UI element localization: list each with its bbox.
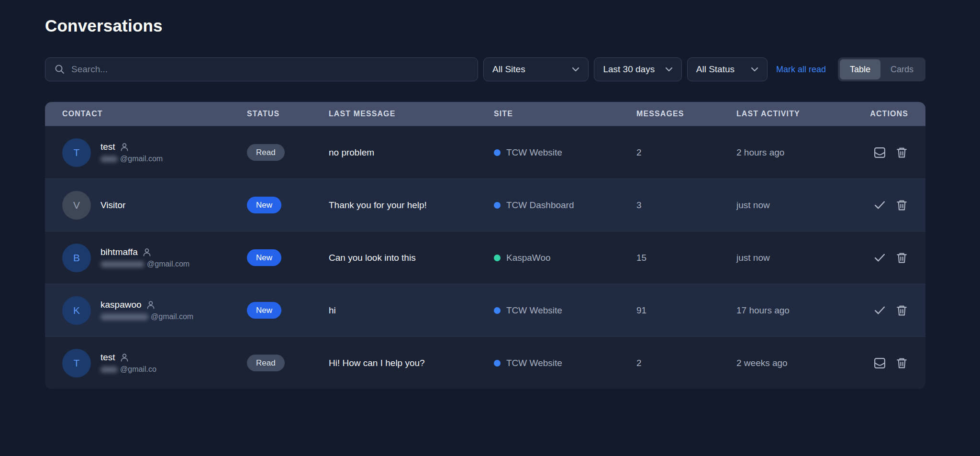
site-cell: KaspaWoo xyxy=(494,253,636,263)
table-header: Contact Status Last Message Site Message… xyxy=(45,102,925,126)
envelope-icon xyxy=(873,146,886,159)
avatar: V xyxy=(62,191,91,220)
page-title: Conversations xyxy=(45,16,925,35)
redacted-email xyxy=(100,156,118,162)
delete-button[interactable] xyxy=(895,356,908,369)
delete-button[interactable] xyxy=(895,146,908,159)
site-name: TCW Website xyxy=(506,358,562,368)
table-row[interactable]: B bihtmaffa @gmail.com New Can you look … xyxy=(45,231,925,284)
contact-cell: T test @gmail.co xyxy=(62,349,247,378)
avatar: T xyxy=(62,138,91,167)
message-count: 3 xyxy=(636,200,736,211)
check-icon xyxy=(873,304,886,317)
trash-icon xyxy=(895,356,908,369)
status-badge: Read xyxy=(247,355,285,371)
delete-button[interactable] xyxy=(895,304,908,317)
mark-unread-button[interactable] xyxy=(873,146,886,159)
column-header-last-activity: Last Activity xyxy=(736,110,866,118)
status-badge: New xyxy=(247,302,281,319)
sites-filter-select[interactable]: All Sites xyxy=(483,57,589,81)
date-range-select[interactable]: Last 30 days xyxy=(594,57,681,81)
site-name: TCW Website xyxy=(506,305,562,316)
avatar: B xyxy=(62,244,91,272)
column-header-messages: Messages xyxy=(636,110,736,118)
search-input[interactable] xyxy=(71,64,469,75)
contact-email: @gmail.com xyxy=(100,155,163,163)
status-badge: Read xyxy=(247,144,285,161)
last-message: Thank you for your help! xyxy=(329,200,494,211)
redacted-email xyxy=(100,367,118,373)
trash-icon xyxy=(895,146,908,159)
conversations-page: Conversations All Sites Last 30 days All… xyxy=(45,0,925,389)
view-toggle: Table Cards xyxy=(838,57,925,81)
table-row[interactable]: V Visitor New Thank you for your help! T… xyxy=(45,178,925,231)
redacted-email xyxy=(100,261,145,267)
table-row[interactable]: T test @gmail.co Read Hi! How can I help… xyxy=(45,336,925,389)
person-icon xyxy=(142,247,152,257)
search-icon xyxy=(54,64,66,75)
site-dot xyxy=(494,360,501,367)
message-count: 15 xyxy=(636,253,736,263)
site-cell: TCW Website xyxy=(494,147,636,158)
chevron-down-icon xyxy=(571,65,580,74)
contact-name: Visitor xyxy=(100,200,125,211)
mark-read-button[interactable] xyxy=(873,304,886,317)
last-message: Can you look into this xyxy=(329,253,494,263)
redacted-email xyxy=(100,314,148,320)
search-box xyxy=(45,57,478,81)
sites-filter-value: All Sites xyxy=(492,64,525,75)
site-name: KaspaWoo xyxy=(506,253,551,263)
contact-name: test xyxy=(100,142,115,152)
site-dot xyxy=(494,255,501,261)
check-icon xyxy=(873,251,886,264)
site-name: TCW Dashboard xyxy=(506,200,574,211)
mark-all-read-link[interactable]: Mark all read xyxy=(776,65,826,75)
column-header-contact: Contact xyxy=(62,110,247,118)
delete-button[interactable] xyxy=(895,251,908,264)
view-toggle-cards[interactable]: Cards xyxy=(880,59,924,79)
last-activity: just now xyxy=(736,200,866,211)
chevron-down-icon xyxy=(664,65,674,74)
mark-read-button[interactable] xyxy=(873,251,886,264)
last-message: Hi! How can I help you? xyxy=(329,358,494,368)
toolbar: All Sites Last 30 days All Status Mark a… xyxy=(45,57,925,81)
envelope-icon xyxy=(873,356,886,369)
message-count: 91 xyxy=(636,305,736,316)
site-dot xyxy=(494,202,501,209)
site-dot xyxy=(494,307,501,314)
site-cell: TCW Website xyxy=(494,305,636,316)
site-dot xyxy=(494,149,501,156)
table-row[interactable]: K kaspawoo @gmail.com New hi TCW Website xyxy=(45,284,925,336)
table-row[interactable]: T test @gmail.com Read no problem TCW We… xyxy=(45,126,925,178)
contact-cell: V Visitor xyxy=(62,191,247,220)
mark-read-button[interactable] xyxy=(873,199,886,211)
contact-email: @gmail.com xyxy=(100,260,189,268)
column-header-last-message: Last Message xyxy=(329,110,494,118)
contact-cell: T test @gmail.com xyxy=(62,138,247,167)
contact-name: kaspawoo xyxy=(100,300,142,310)
contact-name: bihtmaffa xyxy=(100,247,138,257)
message-count: 2 xyxy=(636,147,736,158)
view-toggle-table[interactable]: Table xyxy=(840,59,880,79)
site-cell: TCW Website xyxy=(494,358,636,368)
contact-name: test xyxy=(100,352,115,363)
status-badge: New xyxy=(247,249,281,266)
chevron-down-icon xyxy=(750,65,759,74)
status-filter-value: All Status xyxy=(696,64,735,75)
status-filter-select[interactable]: All Status xyxy=(687,57,768,81)
delete-button[interactable] xyxy=(895,199,908,211)
message-count: 2 xyxy=(636,358,736,368)
avatar: K xyxy=(62,296,91,325)
contact-email: @gmail.co xyxy=(100,365,156,374)
last-activity: 17 hours ago xyxy=(736,305,866,316)
contact-cell: K kaspawoo @gmail.com xyxy=(62,296,247,325)
mark-unread-button[interactable] xyxy=(873,356,886,369)
column-header-site: Site xyxy=(494,110,636,118)
site-cell: TCW Dashboard xyxy=(494,200,636,211)
person-icon xyxy=(120,142,129,152)
contact-cell: B bihtmaffa @gmail.com xyxy=(62,244,247,272)
last-activity: just now xyxy=(736,253,866,263)
trash-icon xyxy=(895,199,908,211)
site-name: TCW Website xyxy=(506,147,562,158)
column-header-status: Status xyxy=(247,110,329,118)
